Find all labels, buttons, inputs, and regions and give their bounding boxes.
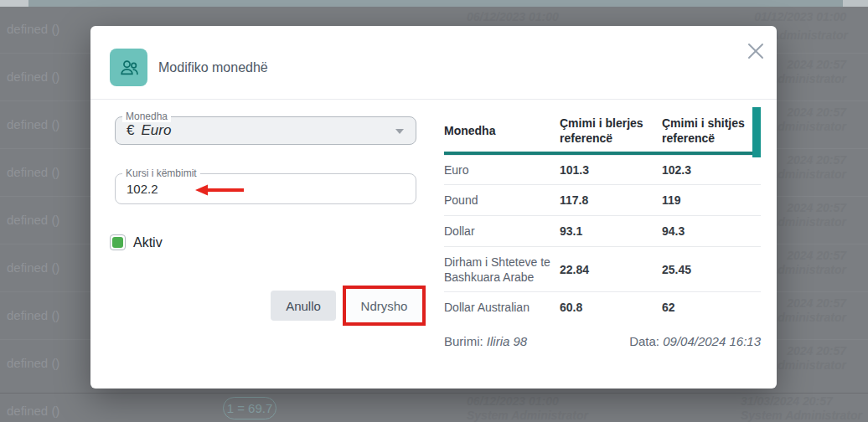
cancel-button[interactable]: Anullo [271,291,336,321]
reference-rates-table: Monedha Çmimi i blerjes referencë Çmimi … [444,109,761,322]
column-header-buy-price: Çmimi i blerjes referencë [560,116,662,146]
background-entry: 06/12/2023 01:00 System Administrator [467,394,588,422]
cell-sell: 119 [662,193,761,207]
annotation-arrow-icon [195,184,245,196]
background-row-text: defined () [7,213,59,227]
background-user: System Administrator [741,409,862,422]
table-footer: Burimi: Iliria 98 Data: 09/04/2024 16:13 [444,334,761,348]
column-header-currency: Monedha [444,123,560,138]
background-row-text: defined () [7,22,59,36]
date-text: Data: 09/04/2024 16:13 [629,334,761,348]
screen: defined () defined () defined () defined… [0,0,868,422]
exchange-rate-field[interactable]: Kursi i këmbimit 102.2 [115,173,416,204]
submit-button[interactable]: Ndrysho [343,286,426,326]
source-text: Burimi: Iliria 98 [444,334,527,348]
background-timestamp: 01/12/2023 01:00 [754,10,846,23]
background-rate-pill: 1 = 69.7 [223,397,276,419]
background-timestamp: 06/12/2023 01:00 [467,10,559,23]
background-top-bar [0,0,868,7]
currency-name: Euro [141,122,171,138]
top-bar-left-segment [0,0,28,7]
cell-currency: Dollar [444,224,560,239]
currency-select[interactable]: Monedha €Euro [115,116,416,145]
cell-buy: 117.8 [560,193,662,207]
date-label: Data: [629,334,659,348]
header-divider [90,99,777,100]
source-label: Burimi: [444,334,483,348]
background-row-text: defined () [7,69,59,84]
cell-currency: Dollar Australian [444,300,560,315]
active-checkbox[interactable] [110,234,126,250]
table-row: Pound 117.8 119 [444,184,761,215]
background-timestamp: 06/12/2023 01:00 [467,394,588,409]
active-checkbox-row: Aktiv [110,234,163,250]
cell-buy: 93.1 [560,224,662,238]
checkbox-checked-mark [112,237,123,248]
background-row-text: defined () [7,117,59,131]
top-bar-right-segment [843,0,868,7]
table-row: Dirham i Shteteve te Bashkuara Arabe 22.… [444,246,761,291]
cell-currency: Dirham i Shteteve te Bashkuara Arabe [444,255,560,285]
users-icon [110,49,147,86]
background-user: System Administrator [467,409,588,422]
table-scrollbar-thumb[interactable] [752,107,761,157]
cell-buy: 60.8 [560,301,662,314]
cell-currency: Euro [444,162,560,178]
euro-symbol: € [127,122,134,138]
table-row: Dollar Australian 60.8 62 [444,291,761,322]
close-icon[interactable] [747,42,765,60]
background-timestamp: 31/03/2024 20:57 [741,394,862,409]
active-checkbox-label: Aktiv [133,235,163,250]
currency-select-label: Monedha [122,111,171,122]
background-row-text: defined () [7,356,59,370]
date-value: 09/04/2024 16:13 [663,334,761,348]
background-row-text: defined () [7,260,59,275]
background-row-text: defined () [7,404,59,418]
cell-buy: 101.3 [560,163,662,177]
cell-sell: 102.3 [662,163,761,177]
table-row: Dollar 93.1 94.3 [444,215,761,246]
source-value: Iliria 98 [487,334,527,348]
background-row-text: defined () [7,165,59,179]
background-row-text: defined () [7,308,59,322]
chevron-down-icon [395,129,404,134]
background-footer-divider [0,393,868,394]
exchange-rate-label: Kursi i këmbimit [122,167,200,179]
background-entry: 31/03/2024 20:57 System Administrator [741,394,862,422]
edit-currency-dialog: Modifiko monedhë Monedha €Euro Kursi i k… [90,26,777,389]
table-row: Euro 101.3 102.3 [444,155,761,184]
cell-sell: 62 [662,301,761,314]
column-header-sell-price: Çmimi i shitjes referencë [662,116,761,146]
dialog-title: Modifiko monedhë [158,60,268,75]
cell-buy: 22.84 [560,263,662,276]
cell-sell: 94.3 [662,224,761,238]
cell-currency: Pound [444,193,560,208]
table-header-row: Monedha Çmimi i blerjes referencë Çmimi … [444,109,761,155]
cell-sell: 25.45 [662,263,761,276]
